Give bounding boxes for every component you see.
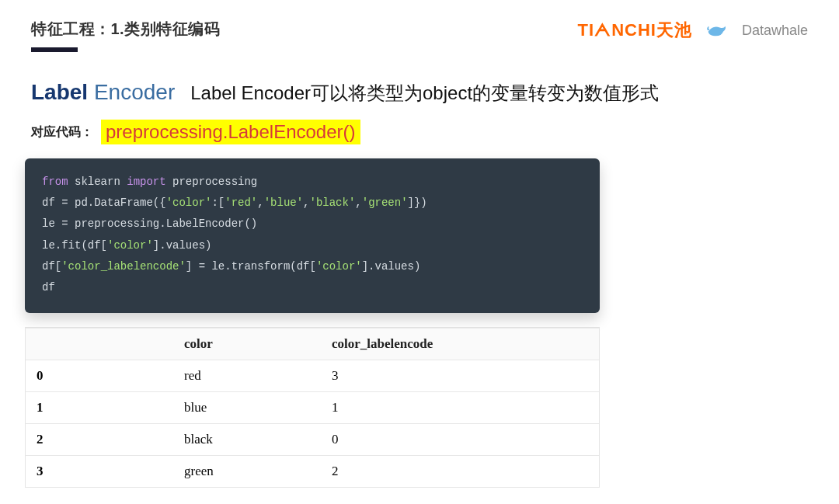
header-color: color — [173, 328, 321, 360]
logos: TIᗅNCHI天池 Datawhale — [578, 19, 808, 42]
cell-color: green — [173, 456, 321, 488]
code-highlight: preprocessing.LabelEncoder() — [101, 120, 360, 144]
cell-idx: 0 — [26, 360, 173, 392]
tianchi-logo: TIᗅNCHI天池 — [578, 19, 692, 42]
code-label-prefix: 对应代码： — [31, 124, 93, 141]
code-l4s: 'color' — [107, 239, 153, 252]
str-blue: 'blue' — [264, 196, 303, 209]
cell-enc: 2 — [321, 456, 599, 488]
table-header-row: color color_labelencode — [26, 328, 599, 360]
table-row: 1 blue 1 — [26, 392, 599, 424]
tianchi-cn: 天池 — [656, 20, 692, 40]
cell-enc: 1 — [321, 392, 599, 424]
code-block: from sklearn import preprocessing df = p… — [25, 158, 600, 313]
code-l3: le = preprocessing.LabelEncoder() — [42, 217, 257, 230]
code-l5a: df[ — [42, 260, 61, 273]
title-encoder-word: Encoder — [88, 80, 175, 104]
cell-enc: 3 — [321, 360, 599, 392]
code-line-3: le = preprocessing.LabelEncoder() — [42, 214, 584, 234]
cell-idx: 3 — [26, 456, 173, 488]
table-row: 2 black 0 — [26, 424, 599, 456]
cell-idx: 1 — [26, 392, 173, 424]
code-l6: df — [42, 281, 55, 294]
cell-color: red — [173, 360, 321, 392]
module-preprocessing: preprocessing — [166, 176, 258, 188]
code-line-4: le.fit(df['color'].values) — [42, 236, 584, 255]
kw-from: from — [42, 176, 68, 188]
code-line-5: df['color_labelencode'] = le.transform(d… — [42, 257, 584, 276]
kw-import: import — [127, 176, 165, 188]
code-l2b: :[ — [211, 196, 225, 209]
code-line-2: df = pd.DataFrame({'color':['red','blue'… — [42, 193, 584, 213]
str-black: 'black' — [310, 196, 356, 209]
tianchi-en: TIᗅNCHI — [578, 20, 656, 40]
str-green: 'green' — [362, 196, 408, 209]
header-encode: color_labelencode — [321, 328, 599, 360]
underline-accent — [31, 47, 78, 52]
str-color: 'color' — [166, 196, 212, 209]
cell-color: blue — [173, 392, 321, 424]
output-table: color color_labelencode 0 red 3 1 blue 1… — [25, 327, 600, 488]
code-l2e: , — [355, 196, 361, 209]
title-description: Label Encoder可以将类型为object的变量转变为数值形式 — [190, 81, 659, 106]
cell-enc: 0 — [321, 424, 599, 456]
code-l2f: ]}) — [408, 196, 427, 209]
table-row: 3 green 2 — [26, 456, 599, 488]
code-line-6: df — [42, 278, 584, 297]
datawhale-label: Datawhale — [742, 23, 808, 39]
code-l2d: , — [303, 196, 309, 209]
breadcrumb: 特征工程：1.类别特征编码 — [31, 19, 220, 40]
code-l5b: ] = le.transform(df[ — [186, 260, 316, 273]
code-l5s2: 'color' — [316, 260, 362, 273]
code-l4b: ].values) — [153, 239, 212, 252]
whale-icon — [706, 22, 728, 39]
module-sklearn: sklearn — [68, 176, 127, 188]
code-l5c: ].values) — [362, 260, 421, 273]
cell-color: black — [173, 424, 321, 456]
code-l5s1: 'color_labelencode' — [61, 260, 186, 273]
section-title: Label Encoder — [31, 80, 175, 105]
code-l4a: le.fit(df[ — [42, 239, 107, 252]
code-line-1: from sklearn import preprocessing — [42, 172, 584, 192]
table-row: 0 red 3 — [26, 360, 599, 392]
cell-idx: 2 — [26, 424, 173, 456]
str-red: 'red' — [225, 196, 257, 209]
code-l2c: , — [257, 196, 263, 209]
title-label-word: Label — [31, 80, 88, 104]
header-index — [26, 328, 173, 360]
code-l2a: df = pd.DataFrame({ — [42, 196, 166, 209]
